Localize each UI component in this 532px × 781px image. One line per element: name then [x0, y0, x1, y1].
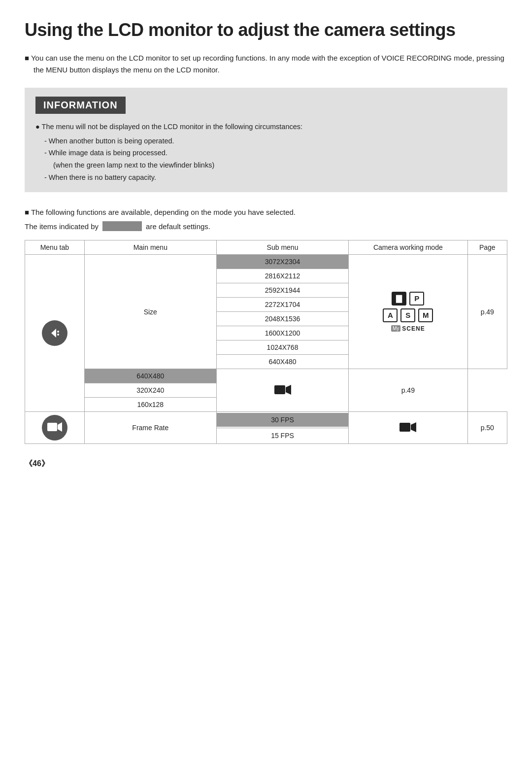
table-row: 640X480 p.49: [25, 369, 507, 383]
framerate-page: p.50: [467, 412, 507, 444]
photo-camera-mode: ▇ P A S M My SCENE: [349, 255, 467, 369]
size-main-menu: Size: [84, 255, 216, 369]
video-camera-icon: [274, 383, 292, 397]
default-note: The items indicated by are default setti…: [25, 221, 507, 231]
mode-row-bottom: A S M: [383, 308, 433, 322]
sub-item-label: 15 FPS: [217, 429, 348, 442]
video-size-page: p.49: [349, 369, 467, 412]
svg-point-2: [57, 334, 59, 336]
sub-item-label: 2816X2112: [217, 269, 348, 283]
photo-mode-icons: ▇ P A S M My SCENE: [354, 292, 462, 332]
sub-item-label: 2272X1704: [217, 298, 348, 311]
col-header-main-menu: Main menu: [84, 240, 216, 255]
my-badge: My: [391, 325, 400, 332]
photo-icon: [42, 320, 67, 346]
sub-menu-160: 160x128: [84, 398, 216, 412]
sub-item-label: 2048X1536: [217, 312, 348, 326]
sub-item-label: 1600X1200: [217, 326, 348, 340]
sub-item-label: 160x128: [85, 398, 216, 411]
svg-marker-6: [58, 422, 62, 432]
sub-menu-2592: 2592X1944: [216, 283, 348, 298]
sub-menu-3072: 3072X2304: [216, 255, 348, 269]
my-scene-mode: My SCENE: [391, 325, 425, 332]
sub-item-label: 3072X2304: [217, 255, 348, 269]
frame-rate-main-menu: Frame Rate: [84, 412, 216, 444]
video-icon: [42, 415, 67, 441]
sub-menu-1024: 1024X768: [216, 340, 348, 355]
page-title: Using the LCD monitor to adjust the came…: [25, 20, 507, 40]
sub-item-label: 1024X768: [217, 340, 348, 354]
info-sub-1: When another button is being operated.: [35, 135, 497, 147]
col-header-sub-menu: Sub menu: [216, 240, 348, 255]
sub-item-label: 640X480: [85, 369, 216, 383]
info-bullet-1: The menu will not be displayed on the LC…: [35, 121, 497, 133]
sub-item-label: 2592X1944: [217, 283, 348, 297]
sub-menu-15fps: 15 FPS: [216, 428, 348, 444]
video-camera-mode-size: [216, 369, 348, 412]
framerate-camera-mode: [349, 412, 467, 444]
sub-item-label: 640X480: [217, 355, 348, 369]
sub-menu-320: 320X240: [84, 383, 216, 398]
information-header: INFORMATION: [35, 97, 126, 114]
page-number: 《46》: [25, 459, 507, 469]
following-paragraph: ■ The following functions are available,…: [25, 208, 507, 216]
video-camera-icon-2: [399, 420, 417, 434]
sub-menu-640-video: 640X480: [84, 369, 216, 383]
sub-menu-1600: 1600X1200: [216, 326, 348, 340]
svg-rect-5: [47, 423, 57, 431]
settings-table: Menu tab Main menu Sub menu Camera worki…: [25, 240, 507, 444]
mode-row-top: ▇ P: [392, 292, 424, 306]
sub-menu-30fps: 30 FPS: [216, 412, 348, 428]
sub-menu-2272: 2272X1704: [216, 298, 348, 312]
scene-text: SCENE: [402, 325, 425, 332]
svg-point-1: [57, 331, 59, 333]
a-mode-icon: A: [383, 308, 398, 322]
table-row: Size 3072X2304 ▇ P A S M My: [25, 255, 507, 269]
video-menu-tab-icon: [25, 412, 85, 444]
sub-menu-2048: 2048X1536: [216, 312, 348, 326]
p-mode-icon: P: [409, 292, 424, 306]
s-mode-icon: S: [400, 308, 415, 322]
col-header-camera-mode: Camera working mode: [349, 240, 467, 255]
sub-item-label: 320X240: [85, 383, 216, 397]
svg-marker-8: [411, 422, 416, 432]
information-content: The menu will not be displayed on the LC…: [35, 121, 497, 183]
svg-rect-7: [399, 423, 410, 432]
info-sub-3: (when the green lamp next to the viewfin…: [35, 159, 497, 171]
photo-page: p.49: [467, 255, 507, 369]
default-note-suffix: are default settings.: [146, 222, 210, 231]
default-box-indicator: [102, 221, 142, 231]
svg-rect-3: [274, 385, 285, 394]
info-sub-2: While image data is being processed.: [35, 147, 497, 159]
col-header-menu-tab: Menu tab: [25, 240, 85, 255]
camera-mode-icon: ▇: [392, 292, 406, 306]
table-row: Frame Rate 30 FPS p.50: [25, 412, 507, 428]
info-sub-4: When there is no battery capacity.: [35, 171, 497, 184]
photo-menu-tab-icon: [25, 255, 85, 412]
svg-marker-0: [51, 329, 56, 338]
sub-menu-640-photo: 640X480: [216, 355, 348, 369]
col-header-page: Page: [467, 240, 507, 255]
information-box: INFORMATION The menu will not be display…: [25, 88, 507, 192]
default-note-prefix: The items indicated by: [25, 222, 99, 231]
svg-marker-4: [286, 385, 291, 395]
sub-menu-2816: 2816X2112: [216, 269, 348, 283]
intro-paragraph: ■ You can use the menu on the LCD monito…: [25, 52, 507, 76]
m-mode-icon: M: [418, 308, 433, 322]
sub-item-label: 30 FPS: [217, 413, 348, 427]
